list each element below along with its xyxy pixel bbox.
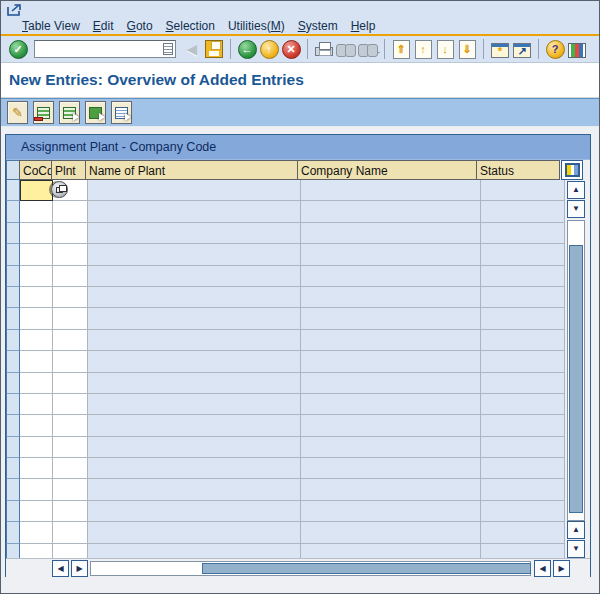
last-page-button[interactable]: ⇓: [456, 37, 478, 61]
row-selector[interactable]: [6, 522, 20, 543]
cell-cocd[interactable]: [20, 266, 53, 287]
cell-plnt[interactable]: [53, 244, 88, 265]
cell-plnt[interactable]: [53, 373, 88, 394]
print-button[interactable]: [313, 37, 335, 61]
cell-cocd[interactable]: [20, 287, 53, 308]
cell-cocd[interactable]: [20, 180, 53, 201]
command-history-icon[interactable]: [163, 43, 173, 55]
cell-cocd[interactable]: [20, 308, 53, 329]
deselect-all-button[interactable]: [111, 101, 132, 124]
row-selector[interactable]: [6, 458, 20, 479]
change-display-button[interactable]: ✎: [7, 101, 28, 124]
value-help-button[interactable]: [51, 181, 68, 198]
save-button[interactable]: [203, 37, 225, 61]
menu-item-edit[interactable]: Edit: [93, 19, 114, 33]
cell-cocd[interactable]: [20, 544, 53, 558]
row-selector[interactable]: [6, 180, 20, 201]
horizontal-scroll-track[interactable]: [90, 561, 531, 576]
delete-row-button[interactable]: [33, 101, 54, 124]
row-selector[interactable]: [6, 244, 20, 265]
menu-item-help[interactable]: Help: [351, 19, 376, 33]
cancel-button[interactable]: ✕: [280, 37, 302, 61]
row-selector[interactable]: [6, 415, 20, 436]
back-button[interactable]: ←: [236, 37, 258, 61]
command-field-input[interactable]: [36, 42, 160, 56]
cell-plnt[interactable]: [53, 308, 88, 329]
cell-plnt[interactable]: [53, 415, 88, 436]
row-selector[interactable]: [6, 201, 20, 222]
page-up-button[interactable]: ▲: [567, 521, 585, 539]
column-left-button[interactable]: ◀: [534, 560, 551, 577]
row-selector[interactable]: [6, 287, 20, 308]
row-selector[interactable]: [6, 437, 20, 458]
cell-cocd[interactable]: [20, 458, 53, 479]
create-shortcut-button[interactable]: ↗: [511, 37, 533, 61]
row-selector[interactable]: [6, 479, 20, 500]
menu-item-system[interactable]: System: [298, 19, 338, 33]
copy-as-button[interactable]: [59, 101, 80, 124]
find-button[interactable]: [335, 37, 357, 61]
scroll-left-button[interactable]: ◀: [52, 560, 69, 577]
menu-item-utilities-m[interactable]: Utilities(M): [228, 19, 285, 33]
previous-page-button[interactable]: ↑: [412, 37, 434, 61]
cell-plnt[interactable]: [53, 266, 88, 287]
cell-plnt[interactable]: [53, 458, 88, 479]
cell-cocd[interactable]: [20, 415, 53, 436]
cell-plnt[interactable]: [53, 223, 88, 244]
cell-plnt[interactable]: [53, 330, 88, 351]
cell-cocd[interactable]: [20, 522, 53, 543]
scroll-up-button[interactable]: ▲: [567, 181, 585, 199]
cell-cocd[interactable]: [20, 501, 53, 522]
column-header-name-of-plant[interactable]: Name of Plant: [85, 160, 298, 180]
cell-plnt[interactable]: [53, 351, 88, 372]
exit-button[interactable]: ↑: [258, 37, 280, 61]
row-selector[interactable]: [6, 544, 20, 558]
cell-plnt[interactable]: [53, 479, 88, 500]
cell-plnt[interactable]: [53, 544, 88, 558]
cell-cocd[interactable]: [20, 201, 53, 222]
enter-button[interactable]: ✓: [7, 37, 29, 61]
row-selector[interactable]: [6, 373, 20, 394]
cell-cocd[interactable]: [20, 394, 53, 415]
menu-item-goto[interactable]: Goto: [127, 19, 153, 33]
row-selector[interactable]: [6, 266, 20, 287]
cell-plnt[interactable]: [53, 437, 88, 458]
menu-item-table-view[interactable]: Table View: [22, 19, 80, 33]
scroll-right-button[interactable]: ▶: [71, 560, 88, 577]
column-header-plnt[interactable]: Plnt: [51, 160, 86, 180]
vertical-scroll-track[interactable]: [567, 220, 585, 521]
row-selector[interactable]: [6, 330, 20, 351]
cell-cocd[interactable]: [20, 437, 53, 458]
select-all-corner[interactable]: [6, 160, 20, 180]
help-button[interactable]: ?: [544, 37, 566, 61]
cell-cocd[interactable]: [20, 351, 53, 372]
row-selector[interactable]: [6, 351, 20, 372]
system-menu-icon[interactable]: [6, 3, 22, 17]
row-selector[interactable]: [6, 308, 20, 329]
cell-plnt[interactable]: [53, 287, 88, 308]
row-selector[interactable]: [6, 223, 20, 244]
column-header-company-name[interactable]: Company Name: [297, 160, 477, 180]
cell-plnt[interactable]: [53, 501, 88, 522]
column-header-status[interactable]: Status: [476, 160, 560, 180]
vertical-scroll-thumb[interactable]: [569, 245, 583, 513]
scroll-down-button[interactable]: ▼: [567, 200, 585, 218]
horizontal-scroll-thumb[interactable]: [202, 563, 531, 574]
cell-plnt[interactable]: [53, 394, 88, 415]
cell-plnt[interactable]: [53, 201, 88, 222]
find-next-button[interactable]: +: [357, 37, 379, 61]
first-page-button[interactable]: ⇑: [390, 37, 412, 61]
cell-cocd[interactable]: [20, 330, 53, 351]
cell-plnt[interactable]: [53, 180, 88, 201]
row-selector[interactable]: [6, 501, 20, 522]
column-header-cocd[interactable]: CoCd: [19, 160, 52, 180]
cell-cocd[interactable]: [20, 223, 53, 244]
customize-layout-button[interactable]: [566, 37, 588, 61]
cell-cocd[interactable]: [20, 244, 53, 265]
new-session-button[interactable]: *: [489, 37, 511, 61]
cell-cocd[interactable]: [20, 373, 53, 394]
menu-item-selection[interactable]: Selection: [166, 19, 215, 33]
column-right-button[interactable]: ▶: [553, 560, 570, 577]
cell-cocd[interactable]: [20, 479, 53, 500]
table-config-button[interactable]: [561, 160, 583, 180]
